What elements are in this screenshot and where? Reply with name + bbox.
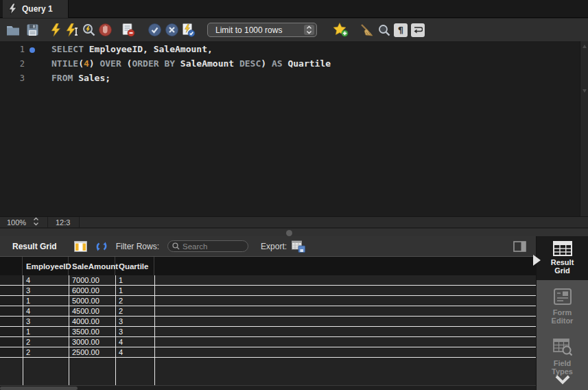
- execute-statement-button[interactable]: [48, 23, 63, 38]
- table-row[interactable]: 1 5000.00 2: [0, 296, 536, 306]
- grid-horizontal-scrollbar[interactable]: [0, 385, 536, 390]
- sidebar-item-result-grid[interactable]: Result Grid: [537, 236, 588, 280]
- collapse-panel-arrow-icon[interactable]: [533, 255, 541, 266]
- zoom-stepper[interactable]: [33, 217, 39, 227]
- rollback-button[interactable]: [164, 23, 179, 38]
- filter-rows-label: Filter Rows:: [116, 242, 159, 251]
- tab-query-1[interactable]: Query 1: [3, 0, 69, 18]
- table-row[interactable]: 4 7000.00 1: [0, 275, 536, 286]
- toggle-wrap-button[interactable]: [410, 23, 425, 38]
- column-header-saleamount[interactable]: SaleAmount: [69, 257, 115, 275]
- grid-cell[interactable]: 4: [115, 347, 154, 357]
- execute-current-statement-button[interactable]: [64, 23, 80, 38]
- snippet-star-icon: [333, 23, 349, 37]
- grid-cell[interactable]: 1: [23, 327, 69, 336]
- toggle-sidebar-button[interactable]: [512, 239, 527, 254]
- panel-splitter[interactable]: [0, 228, 588, 236]
- grid-cell[interactable]: 1: [115, 286, 154, 295]
- limit-rows-dropdown[interactable]: Limit to 1000 rows: [207, 23, 317, 37]
- beautify-script-button[interactable]: [360, 23, 375, 38]
- scroll-down-icon: [583, 89, 587, 93]
- status-divider: [47, 217, 48, 228]
- editor-status-bar: 100% 12:3: [0, 216, 588, 227]
- query-bolt-icon: [8, 3, 17, 14]
- grid-cell[interactable]: 4: [23, 306, 69, 316]
- row-selector[interactable]: [0, 327, 23, 336]
- grid-column-line: [69, 275, 69, 385]
- grid-column-line: [115, 275, 116, 385]
- search-input[interactable]: [183, 242, 242, 251]
- show-invisibles-button[interactable]: ¶: [393, 23, 408, 38]
- stop-hand-icon: [99, 23, 112, 36]
- open-script-button[interactable]: [5, 23, 21, 38]
- row-filler: [154, 306, 536, 316]
- execute-bolt-icon: [50, 23, 61, 36]
- grid-cell[interactable]: 4: [23, 275, 69, 285]
- grid-cell[interactable]: 3500.00: [69, 327, 115, 336]
- table-row[interactable]: 3 4000.00 3: [0, 317, 536, 327]
- save-snippet-button[interactable]: [333, 23, 349, 38]
- row-filler: [154, 286, 536, 295]
- editor-vertical-scrollbar[interactable]: [580, 41, 588, 216]
- dropdown-stepper-icon: [304, 25, 314, 35]
- grid-cell[interactable]: 3: [115, 317, 154, 326]
- code-text: NTILE(4) OVER (ORDER BY SaleAmount DESC)…: [51, 58, 331, 69]
- grid-cell[interactable]: 6000.00: [69, 286, 115, 295]
- toggle-stop-on-error-button[interactable]: [121, 23, 136, 38]
- sql-editor[interactable]: 1 SELECT EmployeeID, SaleAmount, 2 NTILE…: [0, 41, 588, 216]
- row-selector[interactable]: [0, 286, 23, 295]
- grid-cell[interactable]: 4500.00: [69, 306, 115, 316]
- save-script-button[interactable]: [25, 23, 40, 38]
- grid-cell[interactable]: 1: [23, 296, 69, 306]
- row-filler: [154, 275, 536, 285]
- grid-cell[interactable]: 2: [23, 347, 69, 357]
- grid-cell[interactable]: 4000.00: [69, 317, 115, 326]
- grid-cell[interactable]: 2: [115, 306, 154, 316]
- row-selector[interactable]: [0, 275, 23, 285]
- table-row[interactable]: 2 2500.00 4: [0, 347, 536, 358]
- result-grid-icon: [553, 241, 572, 256]
- table-row[interactable]: 2 3000.00 4: [0, 337, 536, 347]
- sidebar-item-form-editor[interactable]: Form Editor: [537, 280, 588, 325]
- grid-cell[interactable]: 2500.00: [69, 347, 115, 357]
- grid-cell[interactable]: 2: [115, 296, 154, 306]
- toggle-autocommit-button[interactable]: [181, 23, 196, 38]
- zoom-stepper-icon: [33, 217, 39, 226]
- row-selector[interactable]: [0, 306, 23, 316]
- row-selector[interactable]: [0, 317, 23, 326]
- grid-cell[interactable]: 4: [115, 337, 154, 347]
- sidebar-item-field-types[interactable]: Field Types: [537, 325, 588, 376]
- table-row[interactable]: 1 3500.00 3: [0, 327, 536, 337]
- grid-cell[interactable]: 5000.00: [69, 296, 115, 306]
- grid-columns-button[interactable]: [73, 239, 89, 254]
- search-icon: [172, 242, 180, 250]
- find-button[interactable]: [377, 23, 392, 38]
- table-row[interactable]: 3 6000.00 1: [0, 286, 536, 296]
- commit-button[interactable]: [147, 23, 162, 38]
- filter-search-box[interactable]: [167, 240, 248, 252]
- row-selector[interactable]: [0, 347, 23, 357]
- export-button[interactable]: [291, 239, 306, 254]
- sidebar-collapse-button[interactable]: [554, 375, 571, 387]
- grid-cell[interactable]: 3000.00: [69, 337, 115, 347]
- column-header-employeeid[interactable]: EmployeeID: [23, 257, 69, 275]
- grid-cell[interactable]: 3: [23, 317, 69, 326]
- line-number: 2: [0, 59, 25, 69]
- header-gutter: [0, 257, 23, 275]
- table-row[interactable]: 4 4500.00 2: [0, 306, 536, 317]
- grid-cell[interactable]: 3: [115, 327, 154, 336]
- grid-cell[interactable]: 3: [23, 286, 69, 295]
- grid-cell[interactable]: 2: [23, 337, 69, 347]
- code-text: FROM Sales;: [51, 73, 110, 83]
- stop-query-button[interactable]: [97, 23, 113, 38]
- row-selector[interactable]: [0, 296, 23, 306]
- grid-cell[interactable]: 1: [115, 275, 154, 285]
- grid-cell[interactable]: 7000.00: [69, 275, 115, 285]
- scrollbar-thumb[interactable]: [0, 387, 78, 390]
- column-header-quartile[interactable]: Quartile: [115, 257, 154, 275]
- row-selector[interactable]: [0, 337, 23, 347]
- refresh-button[interactable]: [94, 239, 109, 254]
- zoom-level: 100%: [7, 218, 33, 227]
- folder-icon: [6, 25, 20, 36]
- explain-plan-button[interactable]: [81, 23, 96, 38]
